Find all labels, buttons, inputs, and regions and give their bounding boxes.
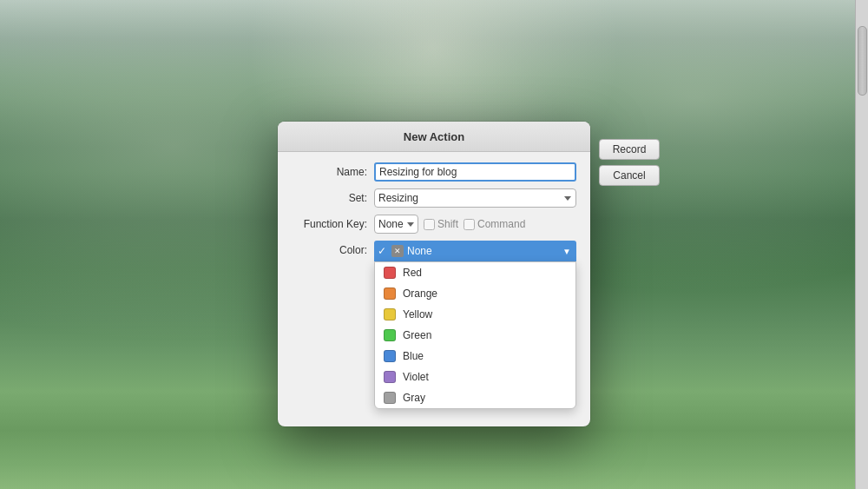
color-option-orange[interactable]: Orange [375, 283, 575, 304]
dialog-title: New Action [404, 130, 464, 143]
color-selected-row[interactable]: ✓ ✕ None ▼ [374, 241, 576, 261]
green-swatch [384, 329, 396, 341]
color-dropdown-list: Red Orange Yellow Green [374, 261, 576, 409]
x-icon: ✕ [391, 245, 404, 257]
color-label-yellow: Yellow [403, 308, 432, 320]
color-label-green: Green [403, 329, 431, 341]
color-row: Color: ✓ ✕ None ▼ Red [292, 241, 576, 409]
command-checkbox-label[interactable]: Command [464, 218, 525, 230]
color-selected-label: None [407, 245, 432, 257]
checkmark-icon: ✓ [378, 245, 390, 257]
color-dropdown-wrapper: ✓ ✕ None ▼ Red Orange [374, 241, 576, 409]
color-option-yellow[interactable]: Yellow [375, 304, 575, 325]
yellow-swatch [384, 308, 396, 320]
shift-label: Shift [437, 218, 458, 230]
set-control-area: Resizing Default Actions Custom [374, 188, 576, 208]
dialog-overlay: Record Cancel New Action Name: Set: Resi… [0, 0, 868, 489]
color-label: Color: [292, 241, 374, 256]
name-control-area [374, 162, 576, 182]
new-action-dialog: Record Cancel New Action Name: Set: Resi… [278, 122, 590, 426]
name-label: Name: [292, 166, 374, 178]
color-label-blue: Blue [403, 350, 424, 362]
set-select[interactable]: Resizing Default Actions Custom [374, 188, 576, 208]
command-label: Command [477, 218, 525, 230]
record-button[interactable]: Record [599, 139, 660, 160]
dialog-body: Name: Set: Resizing Default Actions Cust… [278, 152, 590, 426]
command-checkbox[interactable] [464, 219, 475, 230]
violet-swatch [384, 371, 396, 383]
color-option-green[interactable]: Green [375, 325, 575, 346]
blue-swatch [384, 350, 396, 362]
color-option-violet[interactable]: Violet [375, 367, 575, 387]
color-label-violet: Violet [403, 371, 429, 383]
color-label-gray: Gray [403, 392, 425, 404]
function-key-label: Function Key: [292, 218, 374, 230]
orange-swatch [384, 287, 396, 300]
name-row: Name: [292, 162, 576, 182]
color-option-gray[interactable]: Gray [375, 387, 575, 408]
shift-checkbox-label[interactable]: Shift [424, 218, 458, 230]
function-key-row: Function Key: None F2F3F4 F5F6F7 F8F9F10… [292, 215, 576, 234]
color-option-red[interactable]: Red [375, 262, 575, 283]
function-key-control-area: None F2F3F4 F5F6F7 F8F9F10 F11F12 Shift … [374, 215, 576, 234]
gray-swatch [384, 392, 396, 404]
function-key-select[interactable]: None F2F3F4 F5F6F7 F8F9F10 F11F12 [374, 215, 418, 234]
cancel-button[interactable]: Cancel [599, 165, 660, 186]
dialog-buttons: Record Cancel [599, 139, 660, 186]
color-label-orange: Orange [403, 287, 437, 300]
chevron-down-icon: ▼ [562, 247, 571, 256]
color-label-red: Red [403, 267, 422, 279]
set-row: Set: Resizing Default Actions Custom [292, 188, 576, 208]
red-swatch [384, 267, 396, 279]
set-label: Set: [292, 192, 374, 204]
name-input[interactable] [374, 162, 576, 182]
dialog-titlebar: New Action [278, 122, 590, 152]
shift-checkbox[interactable] [424, 219, 435, 230]
color-option-blue[interactable]: Blue [375, 346, 575, 367]
